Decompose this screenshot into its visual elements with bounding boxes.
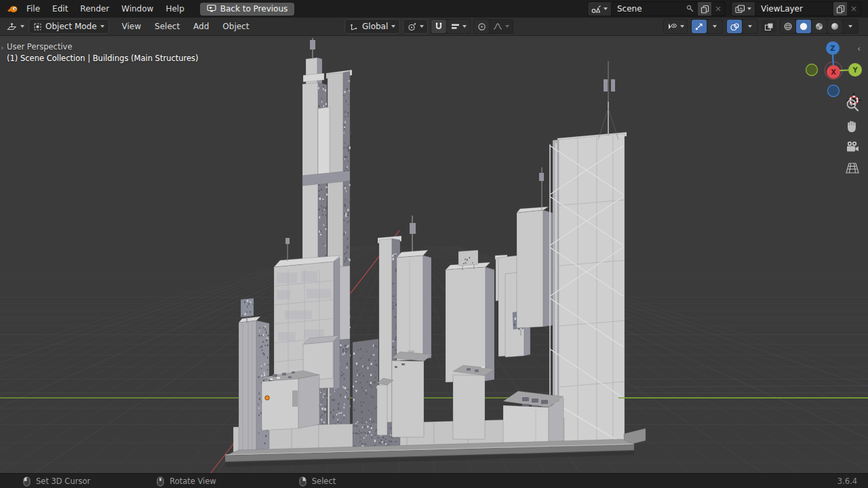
overlays-dropdown[interactable] <box>743 20 757 33</box>
facade-texture <box>246 312 248 313</box>
facade-texture <box>366 390 366 391</box>
facade-texture <box>374 434 376 435</box>
scene-browse-button[interactable] <box>588 2 612 16</box>
facade-texture <box>347 115 349 117</box>
facade-texture <box>264 329 266 331</box>
object-visibility-dropdown[interactable] <box>664 20 687 33</box>
shading-rendered-button[interactable] <box>827 20 842 33</box>
shading-wireframe-button[interactable] <box>781 20 795 33</box>
show-gizmo-button[interactable] <box>692 20 707 33</box>
facade-texture <box>325 89 326 92</box>
facade-texture <box>349 195 350 196</box>
menu-select[interactable]: Select <box>149 18 186 35</box>
scene-name[interactable]: Scene <box>612 4 663 14</box>
facade-texture <box>267 357 268 359</box>
shading-group <box>780 19 859 34</box>
roof-window <box>541 400 548 404</box>
facade-texture <box>323 207 323 209</box>
menu-view[interactable]: View <box>116 18 147 35</box>
facade-texture <box>343 415 344 416</box>
facade-texture <box>346 190 347 192</box>
blender-logo-icon[interactable] <box>5 3 20 14</box>
facade-texture <box>357 369 358 371</box>
roof-clutter <box>467 368 471 371</box>
new-layer-button[interactable] <box>833 2 847 16</box>
menu-window[interactable]: Window <box>115 0 159 18</box>
facade-texture <box>465 259 466 260</box>
facade-texture <box>263 327 264 329</box>
facade-texture <box>349 211 349 214</box>
viewlayer-name[interactable]: ViewLayer <box>755 4 808 14</box>
gizmo-dropdown[interactable] <box>707 20 722 33</box>
falloff-curve-icon <box>493 22 502 30</box>
facade-texture <box>323 393 324 395</box>
toggle-perspective-button[interactable] <box>844 160 861 176</box>
mouse-right-icon <box>299 476 307 487</box>
transform-orientation-dropdown[interactable]: Global <box>344 19 400 34</box>
remove-layer-button[interactable]: × <box>847 2 861 16</box>
viewlayer-browse-button[interactable] <box>732 2 755 16</box>
facade-texture <box>349 184 350 186</box>
gizmo-axis-neg-z[interactable] <box>828 85 840 97</box>
facade-texture <box>343 220 344 221</box>
menu-help[interactable]: Help <box>159 0 190 18</box>
snap-toggle-button[interactable] <box>431 20 446 33</box>
pivot-point-dropdown[interactable] <box>403 19 428 34</box>
menu-edit[interactable]: Edit <box>46 0 74 18</box>
back-to-previous-button[interactable]: Back to Previous <box>200 3 295 16</box>
facade-texture <box>376 346 377 348</box>
facade-texture <box>247 300 248 301</box>
facade-texture <box>349 259 351 261</box>
3d-viewport[interactable]: User Perspective (1) Scene Collection | … <box>0 35 868 473</box>
facade-texture <box>264 374 265 376</box>
facade-texture <box>370 382 372 384</box>
roof-window <box>532 399 538 403</box>
facade-panel <box>277 272 297 283</box>
toolbar-expand-arrow[interactable]: › <box>1 43 3 52</box>
falloff-dropdown[interactable] <box>490 20 513 33</box>
facade-texture <box>393 305 394 307</box>
keymap-hint: Rotate View <box>157 476 216 487</box>
facade-texture <box>260 330 260 332</box>
facade-texture <box>262 334 264 336</box>
editor-type-button[interactable] <box>4 20 27 33</box>
facade-texture <box>340 344 341 346</box>
facade-texture <box>258 432 259 434</box>
shading-material-button[interactable] <box>812 20 827 33</box>
unlink-button[interactable]: × <box>711 2 725 16</box>
facade-texture <box>347 363 348 365</box>
facade-texture <box>348 345 349 346</box>
active-object-label: (1) Scene Collection | Buildings (Main S… <box>7 53 199 64</box>
facade-texture <box>361 373 361 374</box>
gizmo-y-line <box>840 70 848 71</box>
facade-texture <box>360 401 361 403</box>
pin-icon[interactable] <box>684 2 697 16</box>
snap-with-dropdown[interactable] <box>447 20 470 33</box>
show-overlays-button[interactable] <box>727 20 742 33</box>
facade-texture <box>347 398 349 400</box>
facade-texture <box>359 382 361 383</box>
mode-dropdown[interactable]: Object Mode <box>28 19 109 34</box>
new-copy-button[interactable] <box>697 2 711 16</box>
pan-view-button[interactable] <box>844 119 861 135</box>
facade-texture <box>248 303 250 305</box>
xray-toggle-button[interactable] <box>762 20 776 33</box>
gizmo-axis-neg-y[interactable] <box>806 64 818 76</box>
facade-texture <box>347 367 348 368</box>
menu-object[interactable]: Object <box>216 18 255 35</box>
facade-texture <box>394 253 395 255</box>
facade-texture <box>260 346 260 348</box>
door <box>292 390 298 407</box>
menu-file[interactable]: File <box>20 0 46 18</box>
zoom-view-button[interactable] <box>844 97 861 113</box>
proportional-edit-button[interactable] <box>474 20 489 33</box>
menu-add[interactable]: Add <box>187 18 215 35</box>
facade-texture <box>334 391 335 392</box>
shading-solid-button[interactable] <box>796 20 811 33</box>
camera-view-button[interactable] <box>844 139 861 155</box>
facade-texture <box>463 262 465 263</box>
facade-texture <box>258 335 260 336</box>
facade-panel <box>307 289 331 298</box>
menu-render[interactable]: Render <box>74 0 115 18</box>
shading-dropdown[interactable] <box>843 20 858 33</box>
